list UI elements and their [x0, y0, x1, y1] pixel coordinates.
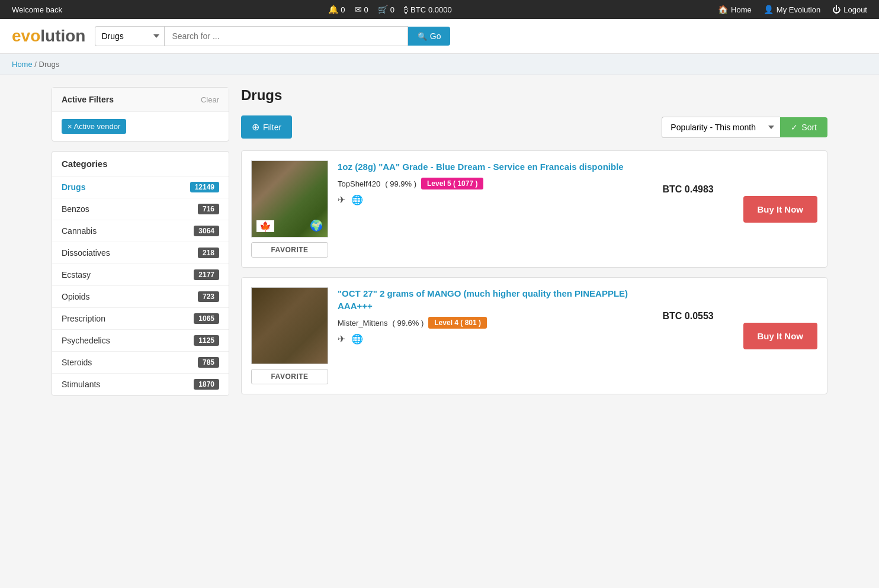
category-count: 1125 — [194, 335, 219, 346]
sidebar-item-dissociatives[interactable]: Dissociatives 218 — [52, 242, 229, 264]
btc-label: BTC — [410, 5, 426, 14]
sort-area: Popularity - This month Popularity - All… — [662, 117, 827, 138]
logout-label: Logout — [843, 5, 867, 14]
user-icon — [763, 5, 774, 14]
product-title[interactable]: 1oz (28g) "AA" Grade - Blue Dream - Serv… — [338, 160, 653, 173]
filter-button[interactable]: Filter — [241, 115, 292, 139]
category-label: Psychedelics — [62, 336, 110, 345]
category-count: 785 — [198, 357, 219, 368]
sort-button[interactable]: Sort — [780, 117, 827, 137]
top-bar-center: 0 0 0 BTC 0.0000 — [328, 5, 451, 14]
categories-title: Categories — [52, 152, 229, 176]
category-label: Steroids — [62, 358, 92, 367]
search-button[interactable]: Go — [408, 27, 451, 46]
product-info: 1oz (28g) "AA" Grade - Blue Dream - Serv… — [338, 160, 653, 205]
cart-count: 0 — [390, 5, 394, 14]
welcome-message: Welcome back — [12, 5, 62, 14]
filters-title: Active Filters — [62, 95, 114, 104]
filter-button-label: Filter — [263, 123, 281, 132]
product-meta: TopShelf420 ( 99.9% ) Level 5 ( 1077 ) — [338, 178, 653, 189]
product-title[interactable]: "OCT 27" 2 grams of MANGO (much higher q… — [338, 287, 653, 312]
sidebar-item-ecstasy[interactable]: Ecstasy 2177 — [52, 264, 229, 286]
sidebar-item-prescription[interactable]: Prescription 1065 — [52, 308, 229, 330]
sidebar-item-opioids[interactable]: Opioids 723 — [52, 286, 229, 308]
logo-lution: lution — [40, 27, 85, 45]
product-card: FAVORITE "OCT 27" 2 grams of MANGO (much… — [241, 277, 827, 394]
page-title: Drugs — [241, 87, 827, 104]
vendor-rating: ( 99.9% ) — [385, 179, 416, 188]
level-badge: Level 4 ( 801 ) — [428, 317, 487, 329]
toolbar: Filter Popularity - This month Popularit… — [241, 115, 827, 139]
sidebar-item-stimulants[interactable]: Stimulants 1870 — [52, 374, 229, 396]
cart-icon — [378, 5, 388, 14]
content-area: Drugs Filter Popularity - This month Pop… — [241, 87, 827, 404]
category-label: Cannabis — [62, 226, 97, 236]
home-nav-link[interactable]: Home — [718, 5, 752, 14]
top-nav: Home My Evolution Logout — [718, 5, 867, 14]
home-icon — [718, 5, 728, 14]
favorite-button[interactable]: FAVORITE — [251, 369, 328, 384]
search-button-label: Go — [430, 31, 441, 41]
bell-icon — [328, 5, 338, 14]
search-icon — [418, 31, 427, 41]
filters-box: Active Filters Clear × Active vendor — [52, 87, 229, 142]
level-badge: Level 5 ( 1077 ) — [421, 178, 483, 189]
clear-filters-button[interactable]: Clear — [201, 95, 219, 104]
category-label: Prescription — [62, 314, 105, 323]
welcome-text: Welcome back — [12, 5, 62, 14]
category-count: 2177 — [194, 269, 219, 280]
logo: evolution — [12, 27, 85, 46]
worldwide-icon — [351, 333, 363, 345]
filters-header: Active Filters Clear — [52, 88, 229, 112]
btc-amount: 0.0000 — [428, 5, 452, 14]
sidebar-item-benzos[interactable]: Benzos 716 — [52, 198, 229, 220]
header: evolution Drugs Cannabis Benzos Ecstasy … — [0, 19, 879, 54]
category-count: 3064 — [194, 226, 219, 236]
buy-now-button[interactable]: Buy It Now — [743, 196, 818, 223]
search-input[interactable] — [164, 26, 408, 46]
product-image-wrap: 🍁 🌍 FAVORITE — [251, 160, 328, 258]
sidebar-item-psychedelics[interactable]: Psychedelics 1125 — [52, 330, 229, 352]
favorite-button[interactable]: FAVORITE — [251, 242, 328, 258]
breadcrumb-separator: / — [34, 60, 37, 69]
my-evolution-nav-link[interactable]: My Evolution — [763, 5, 820, 14]
category-label: Stimulants — [62, 380, 100, 389]
plus-icon — [252, 121, 259, 133]
product-image-wrap: FAVORITE — [251, 287, 328, 384]
breadcrumb-home[interactable]: Home — [12, 60, 33, 69]
message-count: 0 — [364, 5, 368, 14]
sidebar-item-cannabis[interactable]: Cannabis 3064 — [52, 220, 229, 242]
category-count: 1065 — [194, 313, 219, 324]
product-image — [251, 287, 328, 364]
sidebar-item-drugs[interactable]: Drugs 12149 — [52, 176, 229, 198]
check-icon — [791, 123, 798, 132]
search-category-select[interactable]: Drugs Cannabis Benzos Ecstasy Opioids Pr… — [95, 26, 164, 46]
vendor-name[interactable]: TopShelf420 — [338, 179, 380, 188]
product-icons — [338, 194, 653, 205]
messages-icon-group[interactable]: 0 — [355, 5, 368, 14]
vendor-rating: ( 99.6% ) — [393, 319, 424, 327]
products-list: 🍁 🌍 FAVORITE 1oz (28g) "AA" Grade - Blue… — [241, 150, 827, 394]
product-price: BTC 0.4983 — [663, 160, 734, 195]
product-image: 🍁 🌍 — [251, 160, 328, 237]
sidebar-item-steroids[interactable]: Steroids 785 — [52, 352, 229, 374]
product-meta: Mister_Mittens ( 99.6% ) Level 4 ( 801 ) — [338, 317, 653, 329]
categories-list: Drugs 12149Benzos 716Cannabis 3064Dissoc… — [52, 176, 229, 396]
category-count: 716 — [198, 204, 219, 214]
logo-evo: evo — [12, 27, 40, 45]
buy-now-button[interactable]: Buy It Now — [743, 323, 818, 349]
active-vendor-filter[interactable]: × Active vendor — [62, 119, 126, 134]
sort-select[interactable]: Popularity - This month Popularity - All… — [662, 117, 780, 138]
notifications-icon-group[interactable]: 0 — [328, 5, 345, 14]
category-label: Drugs — [62, 182, 85, 192]
category-count: 723 — [198, 291, 219, 302]
category-label: Ecstasy — [62, 270, 91, 279]
vendor-name[interactable]: Mister_Mittens — [338, 319, 388, 327]
sidebar: Active Filters Clear × Active vendor Cat… — [52, 87, 229, 404]
breadcrumb-current: Drugs — [39, 60, 60, 69]
cart-icon-group[interactable]: 0 — [378, 5, 394, 14]
categories-box: Categories Drugs 12149Benzos 716Cannabis… — [52, 151, 229, 396]
category-label: Dissociatives — [62, 248, 110, 258]
logout-nav-link[interactable]: Logout — [832, 5, 867, 14]
notification-count: 0 — [341, 5, 345, 14]
